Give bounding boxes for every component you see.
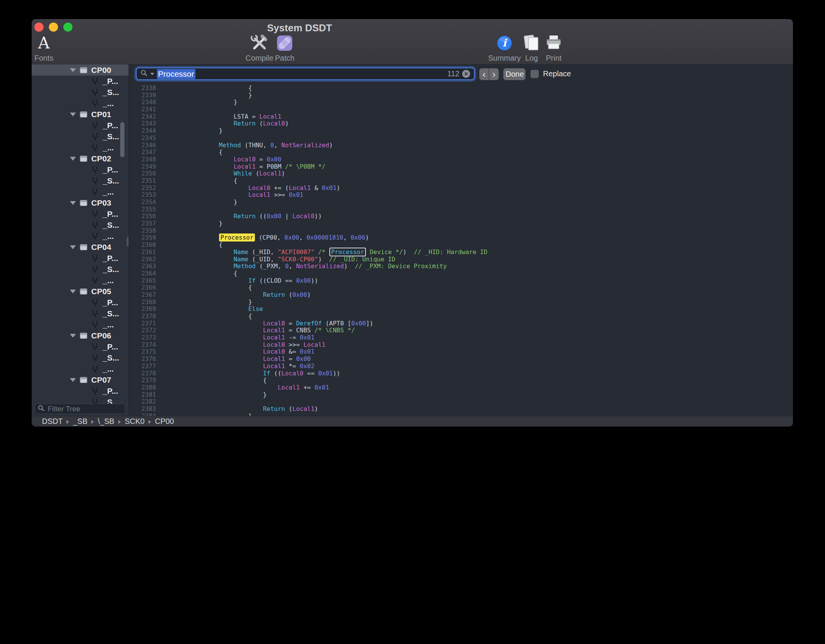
breadcrumb-item[interactable]: DSDT: [42, 417, 63, 425]
tree-item-CP04-child[interactable]: _...: [32, 275, 129, 286]
code-editor[interactable]: 2338 {2339 }2340 }23412342 LSTA = Local1…: [129, 85, 793, 416]
code-line[interactable]: 2354 }: [129, 199, 793, 206]
tree-item-CP07[interactable]: CP07: [32, 374, 129, 385]
code-line[interactable]: 2357 }: [129, 220, 793, 227]
code-line[interactable]: 2343 Return (Local0): [129, 120, 793, 127]
disclosure-triangle-icon[interactable]: [70, 68, 76, 72]
code-line[interactable]: 2378 If ((Local0 == 0x01)): [129, 370, 793, 377]
code-line[interactable]: 2345: [129, 135, 793, 142]
code-line[interactable]: 2366 {: [129, 284, 793, 291]
tree-item-CP01[interactable]: CP01: [32, 109, 129, 120]
code-line[interactable]: 2384 }: [129, 413, 793, 416]
tree-item-CP05-child[interactable]: _S...: [32, 308, 129, 319]
tree-item-CP06-child[interactable]: _...: [32, 363, 129, 374]
code-line[interactable]: 2340 }: [129, 99, 793, 106]
tree-item-CP02-child[interactable]: _S...: [32, 175, 129, 186]
tree-item-CP05-child[interactable]: _...: [32, 319, 129, 330]
tree-item-CP01-child[interactable]: _S...: [32, 131, 129, 142]
code-line[interactable]: 2380 Local1 += 0x01: [129, 384, 793, 391]
tree-item-CP05[interactable]: CP05: [32, 286, 129, 297]
code-line[interactable]: 2356 Return ((0x00 | Local0)): [129, 213, 793, 220]
search-options-chevron-icon[interactable]: [150, 73, 154, 75]
tree-item-CP02-child[interactable]: _P...: [32, 164, 129, 175]
toolbar-fonts-button[interactable]: AFonts: [32, 33, 65, 63]
code-line[interactable]: 2375 Local0 &= 0x01: [129, 348, 793, 356]
tree-item-CP05-child[interactable]: _P...: [32, 297, 129, 308]
tree-item-CP01-child[interactable]: _...: [32, 142, 129, 153]
code-line[interactable]: 2383 Return (Local1): [129, 406, 793, 413]
disclosure-triangle-icon[interactable]: [70, 378, 76, 382]
find-search-field[interactable]: Processor 112 ×: [136, 68, 475, 80]
toolbar-print-button[interactable]: Print: [533, 33, 575, 63]
disclosure-triangle-icon[interactable]: [70, 245, 76, 249]
code-line[interactable]: 2379 {: [129, 377, 793, 384]
tree-item-CP00-child[interactable]: _S...: [32, 87, 129, 98]
code-line[interactable]: 2342 LSTA = Local1: [129, 113, 793, 121]
find-query-text[interactable]: Processor: [157, 69, 195, 79]
code-line[interactable]: 2376 Local1 = 0x00: [129, 356, 793, 363]
tree-item-CP04-child[interactable]: _S...: [32, 264, 129, 275]
tree-item-CP04-child[interactable]: _P...: [32, 253, 129, 264]
tree-item-CP03[interactable]: CP03: [32, 197, 129, 208]
tree-item-CP07-child[interactable]: _S...: [32, 396, 129, 404]
code-line[interactable]: 2346 Method (THNU, 0, NotSerialized): [129, 142, 793, 149]
tree-item-CP07-child[interactable]: _P...: [32, 385, 129, 396]
done-button[interactable]: Done: [503, 68, 525, 80]
breadcrumb-item[interactable]: SCK0: [125, 417, 145, 425]
code-line[interactable]: 2339 }: [129, 92, 793, 99]
code-line[interactable]: 2362 Name (_UID, "SCK0-CP00") // _UID: U…: [129, 256, 793, 263]
code-line[interactable]: 2367 Return (0x00): [129, 291, 793, 299]
code-line[interactable]: 2349 Local1 = P0BM /* \P0BM */: [129, 163, 793, 171]
sidebar-scrollbar-thumb[interactable]: [120, 122, 124, 157]
tree-item-CP03-child[interactable]: _P...: [32, 208, 129, 219]
code-line[interactable]: 2351 {: [129, 177, 793, 185]
code-line[interactable]: 2361 Name (_HID, "ACPI0007" /* Processor…: [129, 249, 793, 256]
code-line[interactable]: 2369 Else: [129, 306, 793, 313]
tree-item-CP06-child[interactable]: _S...: [32, 352, 129, 363]
code-line[interactable]: 2348 Local0 = 0x00: [129, 156, 793, 163]
breadcrumb-item[interactable]: \_SB: [98, 417, 114, 425]
code-line[interactable]: 2377 Local1 *= 0x02: [129, 363, 793, 370]
code-line[interactable]: 2344 }: [129, 127, 793, 135]
code-line[interactable]: 2352 Local0 += (Local1 & 0x01): [129, 185, 793, 192]
code-line[interactable]: 2341: [129, 106, 793, 113]
find-next-button[interactable]: ›: [489, 68, 499, 80]
filter-tree-input[interactable]: [47, 404, 122, 414]
find-previous-button[interactable]: ‹: [479, 68, 489, 80]
tree-item-CP06-child[interactable]: _P...: [32, 341, 129, 352]
tree-item-CP00-child[interactable]: _P...: [32, 76, 129, 87]
code-line[interactable]: 2368 }: [129, 299, 793, 306]
code-line[interactable]: 2347 {: [129, 149, 793, 156]
code-line[interactable]: 2365 If ((CLOD == 0x00)): [129, 277, 793, 285]
disclosure-triangle-icon[interactable]: [70, 334, 76, 338]
disclosure-triangle-icon[interactable]: [70, 113, 76, 116]
replace-checkbox[interactable]: [530, 70, 539, 78]
zoom-button[interactable]: [63, 23, 73, 32]
toolbar-patch-button[interactable]: Patch: [264, 33, 306, 63]
code-line[interactable]: 2382: [129, 398, 793, 406]
code-line[interactable]: 2359 Processor (CP00, 0x00, 0x00001810, …: [129, 234, 793, 242]
breadcrumb-item[interactable]: CP00: [155, 417, 174, 425]
breadcrumb-item[interactable]: _SB: [73, 417, 87, 425]
tree-item-CP04[interactable]: CP04: [32, 242, 129, 253]
code-line[interactable]: 2338 {: [129, 85, 793, 92]
code-line[interactable]: 2371 Local0 = DerefOf (APT0 [0x00]): [129, 320, 793, 327]
code-line[interactable]: 2381 }: [129, 391, 793, 399]
tree-item-CP03-child[interactable]: _...: [32, 230, 129, 242]
tree-item-CP01-child[interactable]: _P...: [32, 120, 129, 131]
code-line[interactable]: 2360 {: [129, 242, 793, 249]
tree-item-CP00-child[interactable]: _...: [32, 98, 129, 109]
code-line[interactable]: 2350 While (Local1): [129, 170, 793, 177]
code-line[interactable]: 2370 {: [129, 313, 793, 320]
code-line[interactable]: 2372 Local1 = CNBS /* \CNBS */: [129, 327, 793, 334]
tree-item-CP06[interactable]: CP06: [32, 330, 129, 341]
code-line[interactable]: 2373 Local1 -= 0x01: [129, 334, 793, 341]
tree-item-CP00[interactable]: CP00: [32, 64, 129, 76]
code-line[interactable]: 2374 Local0 >>= Local1: [129, 341, 793, 349]
code-line[interactable]: 2355: [129, 206, 793, 213]
disclosure-triangle-icon[interactable]: [70, 157, 76, 161]
clear-search-icon[interactable]: ×: [462, 70, 470, 78]
tree-item-CP02[interactable]: CP02: [32, 153, 129, 164]
disclosure-triangle-icon[interactable]: [70, 290, 76, 293]
code-line[interactable]: 2364 {: [129, 270, 793, 277]
